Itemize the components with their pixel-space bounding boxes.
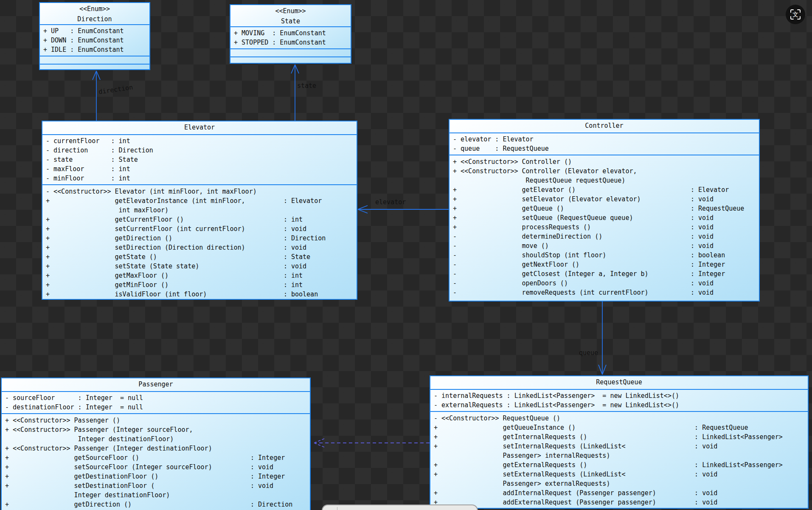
member-row: + <<Constructor>> Passenger (Integer sou… bbox=[2, 425, 310, 434]
stereotype-label: <<Enum>> bbox=[230, 6, 351, 16]
member-row: + STOPPED : EnumConstant bbox=[230, 38, 351, 47]
methods-compartment: + <<Constructor>> Controller ()+ <<Const… bbox=[450, 155, 759, 301]
member-row: + setDestinationFloor ( : void bbox=[2, 481, 310, 490]
member-row: + setCurrentFloor (int currentFloor) : v… bbox=[42, 224, 357, 234]
member-row: + getElevator () : Elevator bbox=[450, 185, 759, 194]
member-row: - queue : RequestQueue bbox=[450, 144, 759, 153]
member-row: + UP : EnumConstant bbox=[40, 26, 149, 36]
member-row: Passenger> internalRequests) bbox=[430, 451, 808, 460]
edge-label-state: state bbox=[297, 82, 316, 90]
member-row: + getDirection () : Direction bbox=[42, 234, 357, 243]
member-row: - maxFloor : int bbox=[42, 164, 357, 174]
member-row: - <<Constructor>> RequestQueue () bbox=[430, 414, 808, 423]
member-row: + <<Constructor>> Passenger (Integer des… bbox=[2, 444, 310, 453]
member-row: + <<Constructor>> Controller (Elevator e… bbox=[450, 166, 759, 176]
member-row: - destinationFloor : Integer = null bbox=[2, 403, 310, 412]
member-row: - sourceFloor : Integer = null bbox=[2, 393, 310, 403]
edge-controller-elevator bbox=[358, 206, 449, 213]
methods-compartment: + <<Constructor>> Passenger ()+ <<Constr… bbox=[2, 413, 310, 510]
stereotype-label: <<Enum>> bbox=[40, 4, 149, 14]
member-row: + getDestinationFloor () : Integer bbox=[2, 472, 310, 481]
edge-elevator-state bbox=[291, 65, 299, 121]
translate-glyph: 文 bbox=[790, 9, 801, 20]
attributes-compartment: - internalRequests : LinkedList<Passenge… bbox=[430, 390, 808, 411]
member-row: - shouldStop (int floor) : boolean bbox=[450, 251, 759, 260]
translate-button[interactable]: 文 bbox=[786, 5, 805, 24]
member-row: + processRequests () : void bbox=[450, 223, 759, 232]
class-title-elevator: Elevator bbox=[42, 121, 357, 135]
member-row: + getState () : State bbox=[42, 252, 357, 262]
extra-compartment-empty bbox=[40, 64, 149, 69]
member-row: + getSourceFloor () : Integer bbox=[2, 453, 310, 462]
edge-label-elevator: elevator bbox=[375, 198, 406, 206]
attributes-compartment: - currentFloor : int- direction : Direct… bbox=[42, 135, 357, 184]
class-box-requestqueue[interactable]: RequestQueue - internalRequests : Linked… bbox=[430, 375, 809, 509]
class-title-requestqueue: RequestQueue bbox=[430, 376, 808, 390]
member-row: + getInternalRequests () : LinkedList<Pa… bbox=[430, 432, 808, 442]
member-row: + addExternalRequest (Passenger passenge… bbox=[430, 498, 808, 507]
member-row: + getQueue () : RequestQueue bbox=[450, 204, 759, 213]
class-box-elevator[interactable]: Elevator - currentFloor : int- direction… bbox=[42, 121, 357, 300]
attributes-compartment: + UP : EnumConstant+ DOWN : EnumConstant… bbox=[40, 25, 149, 56]
member-row: + getElevatorInstance (int minFloor, : E… bbox=[42, 196, 357, 206]
member-row: + setElevator (Elevator elevator) : void bbox=[450, 194, 759, 204]
attributes-compartment: + MOVING : EnumConstant+ STOPPED : EnumC… bbox=[230, 27, 351, 48]
translate-scan-icon: 文 bbox=[790, 9, 801, 20]
member-row: - externalRequests : LinkedList<Passenge… bbox=[430, 400, 808, 410]
attributes-compartment: - elevator : Elevator- queue : RequestQu… bbox=[450, 133, 759, 155]
class-box-passenger[interactable]: Passenger - sourceFloor : Integer = null… bbox=[1, 378, 311, 510]
member-row: - direction : Direction bbox=[42, 146, 357, 155]
class-title-passenger: Passenger bbox=[2, 378, 310, 392]
attributes-compartment: - sourceFloor : Integer = null- destinat… bbox=[2, 392, 310, 413]
member-row: + getDirection () : Direction bbox=[2, 500, 310, 509]
member-row: + <<Constructor>> Controller () bbox=[450, 157, 759, 166]
member-row: + DOWN : EnumConstant bbox=[40, 36, 149, 45]
member-row: - internalRequests : LinkedList<Passenge… bbox=[430, 391, 808, 400]
member-row: + MOVING : EnumConstant bbox=[230, 28, 351, 38]
member-row: + setExternalRequests (LinkedList< : voi… bbox=[430, 470, 808, 479]
member-row: + getQueueInstance () : RequestQueue bbox=[430, 423, 808, 432]
member-row: Integer destinationFloor) bbox=[2, 434, 310, 444]
panel-divider bbox=[337, 507, 337, 510]
member-row: RequestQueue requestQueue) bbox=[450, 176, 759, 185]
member-row: Passenger> externalRequests) bbox=[430, 479, 808, 488]
member-row: - elevator : Elevator bbox=[450, 135, 759, 144]
member-row: - currentFloor : int bbox=[42, 136, 357, 146]
member-row: - minFloor : int bbox=[42, 174, 357, 183]
member-row: + setState (State state) : void bbox=[42, 262, 357, 271]
methods-compartment: - <<Constructor>> Elevator (int minFloor… bbox=[42, 184, 357, 301]
member-row: - determineDirection () : void bbox=[450, 232, 759, 241]
member-row: + isValidFloor (int floor) : boolean bbox=[42, 290, 357, 299]
member-row: + setQueue (RequestQueue queue) : void bbox=[450, 213, 759, 223]
member-row: - getClosest (Integer a, Integer b) : In… bbox=[450, 269, 759, 279]
member-row: + getMinFloor () : int bbox=[42, 280, 357, 290]
member-row: + addInternalRequest (Passenger passenge… bbox=[430, 488, 808, 498]
class-name: Direction bbox=[40, 14, 149, 24]
member-row: + setDirection (Direction direction) : v… bbox=[42, 243, 357, 252]
class-box-controller[interactable]: Controller - elevator : Elevator- queue … bbox=[449, 119, 760, 301]
member-row: + getExternalRequests () : LinkedList<Pa… bbox=[430, 460, 808, 470]
member-row: + getMaxFloor () : int bbox=[42, 271, 357, 280]
bottom-floating-panel[interactable] bbox=[322, 504, 478, 510]
class-box-direction[interactable]: <<Enum>>Direction + UP : EnumConstant+ D… bbox=[39, 2, 150, 70]
member-row: - move () : void bbox=[450, 241, 759, 251]
class-box-state[interactable]: <<Enum>>State + MOVING : EnumConstant+ S… bbox=[230, 4, 351, 64]
class-title-direction: <<Enum>>Direction bbox=[40, 3, 149, 25]
member-row: - openDoors () : void bbox=[450, 279, 759, 288]
class-title-state: <<Enum>>State bbox=[230, 5, 351, 27]
edge-label-direction: direction bbox=[98, 83, 133, 96]
methods-compartment: - <<Constructor>> RequestQueue ()+ getQu… bbox=[430, 411, 808, 509]
member-row: - getNextFloor () : Integer bbox=[450, 260, 759, 269]
member-row: + setSourceFloor (Integer sourceFloor) :… bbox=[2, 462, 310, 472]
class-name: State bbox=[230, 16, 351, 26]
class-title-controller: Controller bbox=[450, 120, 759, 133]
edge-controller-requestqueue bbox=[598, 301, 606, 375]
member-row: + <<Constructor>> Passenger () bbox=[2, 416, 310, 425]
member-row: - removeRequests (int currentFloor) : vo… bbox=[450, 288, 759, 297]
member-row: - <<Constructor>> Elevator (int minFloor… bbox=[42, 187, 357, 196]
member-row: - state : State bbox=[42, 155, 357, 164]
member-row: int maxFloor) bbox=[42, 206, 357, 215]
extra-compartment-empty bbox=[230, 56, 351, 63]
edge-requestqueue-passenger bbox=[314, 439, 430, 447]
member-row: Integer destinationFloor) bbox=[2, 490, 310, 500]
